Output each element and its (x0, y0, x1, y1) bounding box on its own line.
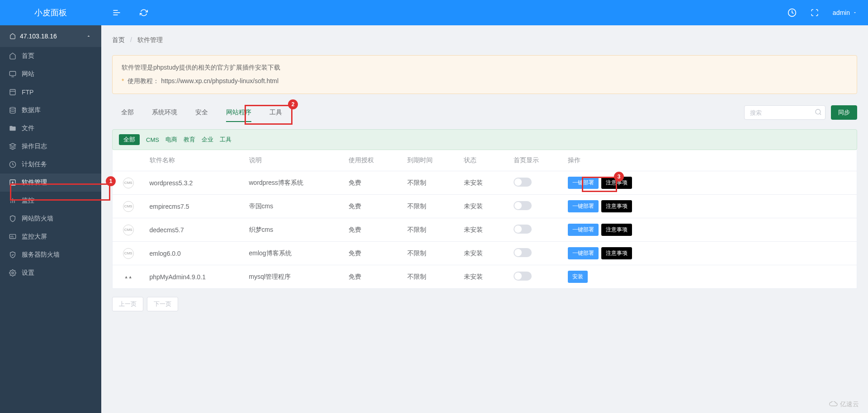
breadcrumb-home[interactable]: 首页 (112, 36, 125, 43)
cell-expire: 不限制 (402, 218, 458, 242)
tab-item[interactable]: 全部 (121, 103, 134, 122)
server-ip: 47.103.18.16 (20, 33, 57, 40)
cell-status: 未安装 (458, 265, 508, 289)
layers-icon (9, 143, 16, 150)
search-icon[interactable] (815, 108, 822, 116)
action-button[interactable]: 一键部署 (568, 247, 599, 259)
filter-tag[interactable]: 教育 (184, 136, 195, 144)
tab-item[interactable]: 网站程序 (226, 103, 251, 122)
filter-tag[interactable]: 工具 (220, 136, 231, 144)
svg-point-15 (12, 272, 14, 274)
action-button[interactable]: 一键部署 (568, 224, 599, 236)
tabs: 全部系统环境安全网站程序工具 (112, 103, 282, 122)
server-ip-row[interactable]: 47.103.18.16 (0, 25, 101, 47)
homepage-toggle[interactable] (514, 248, 532, 257)
info-alert: 软件管理是phpstudy提供的相关的官方扩展插件安装下载 * 使用教程： ht… (112, 55, 857, 94)
sidebar-item-clock[interactable]: 计划任务 (0, 155, 101, 174)
main: admin 首页 / 软件管理 软件管理是phpstudy提供的相关的官方扩展插… (101, 0, 868, 413)
action-button[interactable]: 注意事项 (601, 200, 632, 212)
brand-logo[interactable]: 小皮面板 (0, 0, 101, 25)
tab-item[interactable]: 安全 (195, 103, 208, 122)
table-row: CMS wordpress5.3.2 wordpress博客系统 免费 不限制 … (113, 171, 857, 195)
filter-tag[interactable]: 企业 (202, 136, 213, 144)
sidebar-item-label: 网站防火墙 (22, 215, 53, 223)
table-row: CMS empirecms7.5 帝国cms 免费 不限制 未安装 一键部署注意… (113, 195, 857, 218)
svg-marker-5 (9, 143, 15, 146)
table-header: 到期时间 (402, 150, 458, 171)
svg-rect-0 (9, 71, 15, 75)
user-menu[interactable]: admin (833, 9, 857, 16)
homepage-toggle[interactable] (514, 201, 532, 210)
table-header: 状态 (458, 150, 508, 171)
annotation-marker-3: 3 (614, 172, 624, 182)
cell-license: 免费 (343, 218, 402, 242)
sidebar-item-shield2[interactable]: 服务器防火墙 (0, 246, 101, 264)
filter-tag[interactable]: CMS (146, 136, 159, 143)
sidebar-item-database[interactable]: 数据库 (0, 101, 101, 119)
filter-row: 全部CMS电商教育企业工具 (112, 129, 857, 150)
tab-item[interactable]: 系统环境 (152, 103, 177, 122)
svg-point-20 (816, 109, 821, 114)
tab-item[interactable]: 工具 (269, 103, 282, 122)
prev-page-button[interactable]: 上一页 (112, 297, 143, 311)
cell-name: phpMyAdmin4.9.0.1 (144, 265, 244, 289)
sidebar-item-gear[interactable]: 设置 (0, 264, 101, 282)
tutorial-label: 使用教程： (127, 77, 159, 84)
action-button[interactable]: 注意事项 (601, 247, 632, 259)
cell-desc: emlog博客系统 (244, 242, 343, 265)
sidebar-item-chart[interactable]: 监控 (0, 192, 101, 210)
cell-license: 免费 (343, 171, 402, 195)
filter-tag[interactable]: 电商 (165, 136, 177, 144)
annotation-marker-2: 2 (288, 99, 298, 109)
sidebar-item-folder[interactable]: 文件 (0, 119, 101, 137)
pagination: 上一页 下一页 (112, 297, 857, 311)
tutorial-link[interactable]: https://www.xp.cn/phpstudy-linux/soft.ht… (161, 77, 278, 84)
sidebar-item-label: 软件管理 (22, 178, 47, 187)
home-icon (9, 33, 16, 40)
action-button[interactable]: 一键部署 (568, 177, 599, 189)
sidebar-item-label: 数据库 (22, 106, 41, 114)
shield-icon (9, 215, 16, 222)
search-input[interactable] (744, 105, 826, 120)
homepage-toggle[interactable] (514, 225, 532, 234)
sidebar-item-layers[interactable]: 操作日志 (0, 137, 101, 155)
sidebar-item-label: 监控大屏 (22, 233, 47, 241)
sidebar-item-monitor[interactable]: 网站 (0, 65, 101, 83)
breadcrumb-current: 软件管理 (137, 36, 163, 43)
sidebar-item-ftp[interactable]: FTP (0, 83, 101, 101)
home-icon (9, 52, 16, 60)
cell-actions: 一键部署注意事项 (562, 195, 857, 218)
sidebar-item-label: 网站 (22, 70, 34, 78)
menu-toggle-icon[interactable] (112, 8, 121, 17)
sidebar-item-home[interactable]: 首页 (0, 47, 101, 65)
cell-desc: mysql管理程序 (244, 265, 343, 289)
sync-button[interactable]: 同步 (831, 105, 857, 120)
sidebar-item-screen[interactable]: 监控大屏 (0, 228, 101, 246)
cms-icon: CMS (123, 248, 134, 259)
table-header: 使用授权 (343, 150, 402, 171)
svg-point-4 (10, 107, 15, 109)
sidebar-item-download[interactable]: 软件管理 (0, 174, 101, 192)
action-button[interactable]: 注意事项 (601, 224, 632, 236)
sidebar-item-label: 服务器防火墙 (22, 251, 60, 259)
cell-name: emlog6.0.0 (144, 242, 244, 265)
sidebar-item-shield[interactable]: 网站防火墙 (0, 210, 101, 228)
refresh-icon[interactable] (139, 8, 148, 17)
next-page-button[interactable]: 下一页 (147, 297, 178, 311)
cell-status: 未安装 (458, 218, 508, 242)
cell-status: 未安装 (458, 195, 508, 218)
sidebar-item-label: 计划任务 (22, 160, 47, 169)
table-header (113, 150, 144, 171)
cell-license: 免费 (343, 242, 402, 265)
action-button[interactable]: 一键部署 (568, 200, 599, 212)
cell-name: wordpress5.3.2 (144, 171, 244, 195)
homepage-toggle[interactable] (514, 178, 532, 187)
fullscreen-icon[interactable] (810, 8, 819, 17)
sidebar-item-label: 设置 (22, 269, 34, 277)
action-button[interactable]: 安装 (568, 271, 588, 283)
table-header: 操作 (562, 150, 857, 171)
dashboard-icon[interactable] (788, 8, 797, 17)
homepage-toggle[interactable] (514, 272, 532, 281)
filter-tag[interactable]: 全部 (119, 134, 140, 145)
table-header: 首页显示 (508, 150, 562, 171)
